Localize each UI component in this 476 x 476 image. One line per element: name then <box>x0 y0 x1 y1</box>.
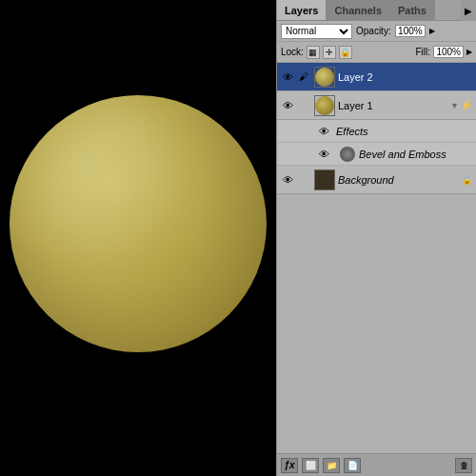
lock-label: Lock: <box>281 47 304 57</box>
layer-name-background: Background <box>338 174 462 186</box>
background-lock-icon: 🔒 <box>462 175 472 185</box>
layer-row-layer1[interactable]: 👁 Layer 1 ▼ ⚡ <box>277 91 476 120</box>
effects-label: Effects <box>336 126 368 137</box>
layer-thumb-background <box>314 169 335 190</box>
opacity-arrow[interactable]: ▶ <box>429 27 435 35</box>
panel-bottom: ƒx ⬜ 📁 📄 🗑 <box>277 453 476 476</box>
tab-layers[interactable]: Layers <box>277 0 327 20</box>
eye-icon-bevel[interactable]: 👁 <box>315 146 332 163</box>
layer-row-background[interactable]: 👁 Background 🔒 <box>277 166 476 194</box>
bevel-label: Bevel and Emboss <box>359 149 446 160</box>
lock-position-button[interactable]: ✛ <box>323 46 336 59</box>
fill-value[interactable]: 100% <box>433 46 464 58</box>
effects-row: 👁 Effects <box>277 120 476 143</box>
lock-row: Lock: ▦ ✛ 🔒 Fill: 100% ▶ <box>277 42 476 63</box>
layer1-down-arrow: ▼ <box>450 101 459 110</box>
brush-icon-layer2: 🖌 <box>296 69 311 86</box>
eye-icon-layer2[interactable]: 👁 <box>279 69 296 86</box>
layer-thumb-layer1 <box>314 95 335 116</box>
layer-name-layer2: Layer 2 <box>338 71 474 83</box>
tabs-row: Layers Channels Paths ▶ <box>277 0 476 21</box>
layer-name-layer1: Layer 1 <box>338 100 450 111</box>
lock-all-button[interactable]: 🔒 <box>339 46 352 59</box>
blend-mode-select[interactable]: Normal <box>281 24 352 39</box>
add-mask-button[interactable]: ⬜ <box>302 458 319 473</box>
panel-close-button[interactable]: ▶ <box>461 0 476 21</box>
bevel-icon <box>340 147 355 162</box>
canvas-circle <box>10 95 267 352</box>
delete-layer-button[interactable]: 🗑 <box>455 458 472 473</box>
opacity-value[interactable]: 100% <box>395 25 426 37</box>
tab-channels[interactable]: Channels <box>327 0 390 20</box>
blend-mode-row: Normal Opacity: 100% ▶ <box>277 21 476 42</box>
layer1-extras: ▼ ⚡ <box>450 100 472 110</box>
layers-panel: Layers Channels Paths ▶ Normal Opacity: … <box>276 0 476 476</box>
fx-button[interactable]: ƒx <box>281 458 298 473</box>
eye-icon-layer1[interactable]: 👁 <box>279 97 296 114</box>
fill-arrow[interactable]: ▶ <box>466 48 472 56</box>
layer1-extra-icon: ⚡ <box>461 100 472 110</box>
new-group-button[interactable]: 📁 <box>323 458 340 473</box>
fill-label: Fill: <box>415 47 430 57</box>
tab-paths[interactable]: Paths <box>390 0 435 20</box>
brush-placeholder-background <box>296 171 311 188</box>
background-extras: 🔒 <box>462 175 472 185</box>
layer-list: 👁 🖌 Layer 2 👁 Layer 1 ▼ ⚡ 👁 Effects <box>277 63 476 453</box>
layer-thumb-layer2 <box>314 67 335 88</box>
lock-pixels-button[interactable]: ▦ <box>307 46 320 59</box>
new-layer-button[interactable]: 📄 <box>344 458 361 473</box>
layer-row-layer2[interactable]: 👁 🖌 Layer 2 <box>277 63 476 91</box>
eye-icon-background[interactable]: 👁 <box>279 171 296 188</box>
brush-placeholder-layer1 <box>296 97 311 114</box>
canvas-area <box>0 0 276 476</box>
eye-icon-effects[interactable]: 👁 <box>315 123 332 140</box>
opacity-label: Opacity: <box>356 26 391 36</box>
bevel-row: 👁 Bevel and Emboss <box>277 143 476 166</box>
